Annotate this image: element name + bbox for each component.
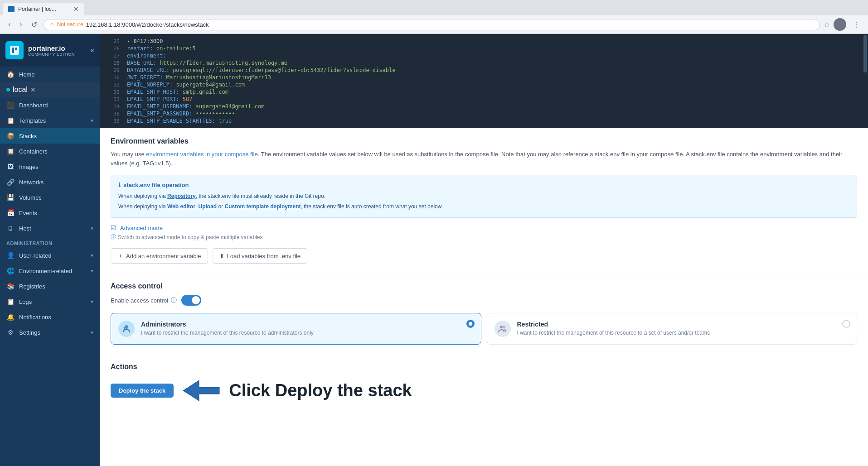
scrollbar-thumb[interactable] <box>863 35 867 72</box>
restricted-card[interactable]: Restricted I want to restrict the manage… <box>487 313 858 345</box>
host-icon: 🖥 <box>6 225 15 232</box>
access-control-toggle[interactable] <box>181 295 201 306</box>
events-icon: 📅 <box>6 209 15 216</box>
sidebar-item-env-related[interactable]: 🌐 Environment-related ▾ <box>0 263 100 279</box>
deploy-stack-button[interactable]: Deploy the stack <box>111 384 174 398</box>
networks-icon: 🔗 <box>6 178 15 186</box>
sidebar-item-home[interactable]: 🏠 Home <box>0 67 100 82</box>
sidebar-item-volumes[interactable]: 💾 Volumes <box>0 190 100 205</box>
repository-link[interactable]: Repository <box>167 193 196 199</box>
sidebar-item-events[interactable]: 📅 Events <box>0 205 100 221</box>
click-deploy-label: Click Deploy the stack <box>229 381 412 400</box>
env-close-button[interactable]: ✕ <box>30 86 36 93</box>
back-button[interactable]: ‹ <box>5 19 13 29</box>
env-vars-link[interactable]: environment variables in your compose fi… <box>146 151 257 158</box>
settings-arrow-icon: ▾ <box>91 330 93 336</box>
code-line: 31 EMAIL_NOREPLY: supergate84@gmail.com <box>100 81 868 88</box>
sidebar-item-label: Home <box>19 71 93 78</box>
menu-button[interactable]: ⋮ <box>850 19 863 30</box>
scrollbar-track[interactable] <box>863 34 868 128</box>
administrators-card-title: Administrators <box>141 321 314 328</box>
actions-section: Actions Deploy the stack Click Deploy th… <box>100 354 868 412</box>
restricted-card-desc: I want to restrict the management of thi… <box>517 330 710 336</box>
custom-template-link[interactable]: Custom template deployment <box>225 203 301 210</box>
sidebar-item-settings[interactable]: ⚙ Settings ▾ <box>0 325 100 340</box>
sidebar-item-containers[interactable]: 🔲 Containers <box>0 144 100 159</box>
sidebar-item-logs[interactable]: 📋 Logs ▾ <box>0 294 100 309</box>
user-related-arrow-icon: ▾ <box>91 253 93 259</box>
reload-button[interactable]: ↺ <box>29 19 40 30</box>
address-bar[interactable]: ⚠ Not secure 192.168.1.18:9000/#/2/docke… <box>44 19 820 30</box>
logo-icon <box>5 41 24 59</box>
add-env-variable-button[interactable]: ＋ Add an environment variable <box>111 248 208 264</box>
code-line: 34 EMAIL_SMTP_USERNAME: supergate84@gmai… <box>100 103 868 110</box>
security-icon: ⚠ <box>49 21 54 28</box>
sidebar-item-user-related[interactable]: 👤 User-related ▾ <box>0 248 100 263</box>
web-editor-link[interactable]: Web editor <box>167 203 195 210</box>
svg-marker-8 <box>183 380 219 401</box>
sidebar-item-host[interactable]: 🖥 Host ▾ <box>0 221 100 236</box>
sidebar-item-label: Host <box>19 225 86 232</box>
logs-arrow-icon: ▾ <box>91 299 93 305</box>
sidebar-item-label: Notifications <box>19 314 93 321</box>
administrators-radio[interactable] <box>466 320 475 328</box>
browser-tabs: Portainer | loc... ✕ <box>0 0 868 15</box>
home-icon: 🏠 <box>6 71 15 78</box>
sidebar-item-label: Stacks <box>19 133 93 139</box>
env-variables-title: Environment variables <box>111 137 857 145</box>
svg-rect-2 <box>15 48 17 50</box>
bookmark-button[interactable]: ☆ <box>824 20 830 29</box>
sidebar-collapse-button[interactable]: « <box>90 46 94 54</box>
access-control-title: Access control <box>111 282 857 290</box>
sidebar-item-networks[interactable]: 🔗 Networks <box>0 174 100 190</box>
sidebar-item-templates[interactable]: 📋 Templates ▾ <box>0 113 100 128</box>
env-variables-desc: You may use environment variables in you… <box>111 150 857 168</box>
sidebar-item-label: Environment-related <box>19 268 86 274</box>
advanced-mode-checkbox[interactable]: ☑ <box>111 224 116 231</box>
sidebar-item-images[interactable]: 🖼 Images <box>0 159 100 174</box>
sidebar-item-label: Volumes <box>19 194 93 201</box>
administrators-card[interactable]: Administrators I want to restrict the ma… <box>111 313 481 345</box>
advanced-mode-row: ☑ Advanced mode <box>111 224 857 231</box>
info-box-title: ℹ stack.env file operation <box>118 182 849 188</box>
code-lines: 25 - 8417:300026 restart: on-failure:527… <box>100 38 868 125</box>
sidebar-item-label: Dashboard <box>19 102 93 109</box>
logo-sub: Community Edition <box>28 52 75 57</box>
sidebar-item-label: Logs <box>19 298 86 305</box>
arrow-icon <box>181 378 222 403</box>
sidebar-item-label: Settings <box>19 329 86 336</box>
sidebar-item-dashboard[interactable]: ⬛ Dashboard <box>0 97 100 113</box>
admin-section-header: Administration <box>0 236 100 248</box>
restricted-card-title: Restricted <box>517 321 710 328</box>
upload-link[interactable]: Upload <box>199 203 217 210</box>
advanced-mode-hint-text: Switch to advanced mode to copy & paste … <box>118 234 263 240</box>
sidebar-item-stacks[interactable]: 📦 Stacks <box>0 128 100 144</box>
enable-access-label: Enable access control ⓘ <box>111 296 177 304</box>
env-status-dot <box>6 88 10 91</box>
sidebar-item-label: User-related <box>19 252 86 259</box>
load-env-label: Load variables from .env file <box>227 253 301 259</box>
sidebar-item-registries[interactable]: 📚 Registries <box>0 279 100 294</box>
svg-rect-1 <box>12 48 14 53</box>
code-line: 28 BASE_URL: https://fider.mariushosting… <box>100 59 868 67</box>
upload-icon: ⬆ <box>219 253 224 259</box>
host-arrow-icon: ▾ <box>91 226 93 231</box>
tab-close-button[interactable]: ✕ <box>73 5 79 13</box>
templates-icon: 📋 <box>6 117 15 124</box>
info-box-text-2: When deploying via Web editor, Upload or… <box>118 202 849 211</box>
svg-rect-0 <box>10 46 19 55</box>
browser-tab-active[interactable]: Portainer | loc... ✕ <box>3 3 84 15</box>
profile-button[interactable] <box>834 18 846 31</box>
logo-text: portainer.io <box>28 44 75 52</box>
sidebar-item-label: Templates <box>19 117 86 124</box>
forward-button[interactable]: › <box>17 19 24 29</box>
env-buttons-row: ＋ Add an environment variable ⬆ Load var… <box>111 248 857 264</box>
advanced-mode-hint: ⓘ Switch to advanced mode to copy & past… <box>111 233 857 241</box>
sidebar-item-label: Images <box>19 163 93 170</box>
advanced-mode-label[interactable]: Advanced mode <box>120 225 163 231</box>
registries-icon: 📚 <box>6 283 15 290</box>
restricted-radio[interactable] <box>842 320 850 328</box>
sidebar-item-notifications[interactable]: 🔔 Notifications <box>0 309 100 325</box>
load-env-file-button[interactable]: ⬆ Load variables from .env file <box>213 248 308 264</box>
add-env-label: Add an environment variable <box>126 253 201 259</box>
